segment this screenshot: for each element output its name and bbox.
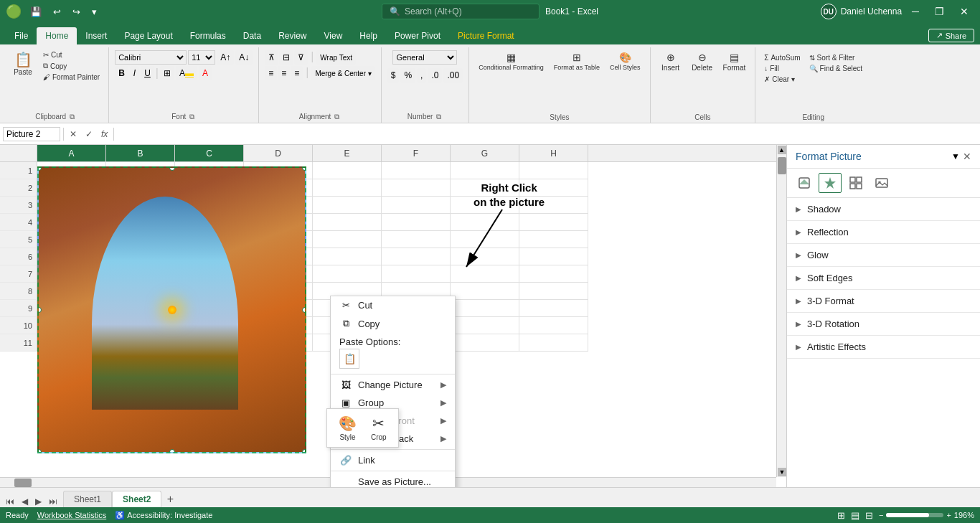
scroll-thumb[interactable] xyxy=(778,157,786,174)
page-break-view-button[interactable]: ⊟ xyxy=(865,510,873,521)
panel-tab-fill[interactable] xyxy=(793,173,816,193)
font-size-select[interactable]: 11 xyxy=(188,50,215,65)
formula-input[interactable] xyxy=(117,129,977,139)
sheet-tab-sheet1[interactable]: Sheet1 xyxy=(63,491,112,507)
tab-picture-format[interactable]: Picture Format xyxy=(449,27,523,44)
align-middle-button[interactable]: ⊟ xyxy=(279,50,293,65)
cell-h8[interactable] xyxy=(519,283,588,300)
cell-e4[interactable] xyxy=(313,214,382,231)
handle-br[interactable] xyxy=(302,449,306,453)
context-save-as-picture[interactable]: Save as Picture... xyxy=(331,473,455,487)
col-header-e[interactable]: E xyxy=(313,145,382,161)
align-bottom-button[interactable]: ⊽ xyxy=(294,50,308,65)
decrease-font-button[interactable]: A↓ xyxy=(235,50,253,65)
tab-review[interactable]: Review xyxy=(270,27,315,44)
cell-h11[interactable] xyxy=(519,334,588,352)
increase-font-button[interactable]: A↑ xyxy=(217,50,234,65)
col-header-d[interactable]: D xyxy=(244,145,313,161)
col-header-a[interactable]: A xyxy=(37,145,106,161)
merge-center-button[interactable]: Merge & Center ▾ xyxy=(311,66,374,80)
decrease-decimal-button[interactable]: .00 xyxy=(443,68,463,83)
clear-button[interactable]: ✗ Clear ▾ xyxy=(761,75,803,84)
handle-bl[interactable] xyxy=(37,449,42,453)
shadow-header[interactable]: ▶ Shadow xyxy=(787,198,980,220)
fill-button[interactable]: ↓ Fill xyxy=(761,64,803,73)
cell-h5[interactable] xyxy=(519,231,588,248)
number-format-select[interactable]: General xyxy=(392,50,457,65)
tab-power-pivot[interactable]: Power Pivot xyxy=(386,27,449,44)
search-input[interactable] xyxy=(405,6,527,17)
panel-tab-layout[interactable] xyxy=(844,173,867,193)
cell-h7[interactable] xyxy=(519,265,588,283)
cell-f1[interactable] xyxy=(382,162,451,179)
comma-button[interactable]: , xyxy=(417,68,426,83)
cell-e1[interactable] xyxy=(313,162,382,179)
tab-view[interactable]: View xyxy=(316,27,352,44)
paste-button[interactable]: 📋 Paste xyxy=(9,50,37,78)
soft-edges-header[interactable]: ▶ Soft Edges xyxy=(787,267,980,289)
cell-e3[interactable] xyxy=(313,197,382,214)
sheet-next-button[interactable]: ▶ xyxy=(32,496,44,507)
status-workbook-stats[interactable]: Workbook Statistics xyxy=(37,511,106,519)
cell-f4[interactable] xyxy=(382,214,451,231)
handle-bm[interactable] xyxy=(169,449,175,453)
artistic-effects-header[interactable]: ▶ Artistic Effects xyxy=(787,336,980,358)
zoom-in-button[interactable]: + xyxy=(946,511,951,519)
tab-home[interactable]: Home xyxy=(37,27,77,44)
cell-h10[interactable] xyxy=(519,317,588,334)
find-select-button[interactable]: 🔍 Find & Select xyxy=(806,64,865,73)
cell-h4[interactable] xyxy=(519,214,588,231)
sort-filter-button[interactable]: ⇅ Sort & Filter xyxy=(806,53,865,62)
cell-g7[interactable] xyxy=(451,265,519,283)
col-header-b[interactable]: B xyxy=(106,145,175,161)
3d-rotation-header[interactable]: ▶ 3-D Rotation xyxy=(787,313,980,335)
align-right-button[interactable]: ≡ xyxy=(291,66,303,80)
col-header-f[interactable]: F xyxy=(382,145,451,161)
cell-e5[interactable] xyxy=(313,231,382,248)
page-layout-view-button[interactable]: ▤ xyxy=(851,510,859,521)
cell-styles-button[interactable]: 🎨 Cell Styles xyxy=(606,50,644,73)
tab-help[interactable]: Help xyxy=(351,27,386,44)
customize-qat[interactable]: ▾ xyxy=(89,5,100,19)
cell-g10[interactable] xyxy=(451,317,519,334)
insert-button[interactable]: ⊕ Insert xyxy=(656,50,685,74)
align-left-button[interactable]: ≡ xyxy=(265,66,277,80)
cell-g6[interactable] xyxy=(451,248,519,265)
panel-tab-effects[interactable] xyxy=(819,173,842,193)
reflection-header[interactable]: ▶ Reflection xyxy=(787,221,980,243)
cell-g4[interactable] xyxy=(451,214,519,231)
fill-color-button[interactable]: A▬ xyxy=(176,66,197,80)
col-header-h[interactable]: H xyxy=(519,145,588,161)
copy-button[interactable]: ⧉ Copy xyxy=(40,61,103,71)
cell-g11[interactable] xyxy=(451,334,519,352)
cell-f7[interactable] xyxy=(382,265,451,283)
add-sheet-button[interactable]: + xyxy=(161,491,179,507)
close-button[interactable]: ✕ xyxy=(954,4,974,19)
borders-button[interactable]: ⊞ xyxy=(160,66,174,80)
scroll-down-button[interactable]: ▼ xyxy=(778,468,786,476)
minimize-button[interactable]: ─ xyxy=(906,4,925,19)
save-qat[interactable]: 💾 xyxy=(27,5,44,19)
picture-image[interactable] xyxy=(37,166,306,453)
insert-function-button[interactable]: fx xyxy=(98,128,110,141)
context-copy[interactable]: ⧉ Copy xyxy=(331,314,455,333)
format-button[interactable]: ▤ Format xyxy=(720,50,750,74)
cell-h3[interactable] xyxy=(519,197,588,214)
3d-format-header[interactable]: ▶ 3-D Format xyxy=(787,290,980,312)
delete-button[interactable]: ⊖ Delete xyxy=(688,50,717,74)
cell-f3[interactable] xyxy=(382,197,451,214)
cell-g3[interactable] xyxy=(451,197,519,214)
tab-file[interactable]: File xyxy=(6,27,37,44)
h-scroll-thumb[interactable] xyxy=(14,479,32,487)
cell-h6[interactable] xyxy=(519,248,588,265)
cell-g5[interactable] xyxy=(451,231,519,248)
sheet-first-button[interactable]: ⏮ xyxy=(3,496,17,507)
cell-f6[interactable] xyxy=(382,248,451,265)
underline-button[interactable]: U xyxy=(141,66,154,80)
context-cut[interactable]: ✂ Cut xyxy=(331,296,455,314)
zoom-slider[interactable] xyxy=(886,513,943,517)
panel-tab-picture[interactable] xyxy=(870,173,893,193)
panel-dropdown-icon[interactable]: ▼ xyxy=(951,151,960,161)
font-color-button[interactable]: A xyxy=(199,66,212,80)
restore-button[interactable]: ❐ xyxy=(929,4,950,19)
